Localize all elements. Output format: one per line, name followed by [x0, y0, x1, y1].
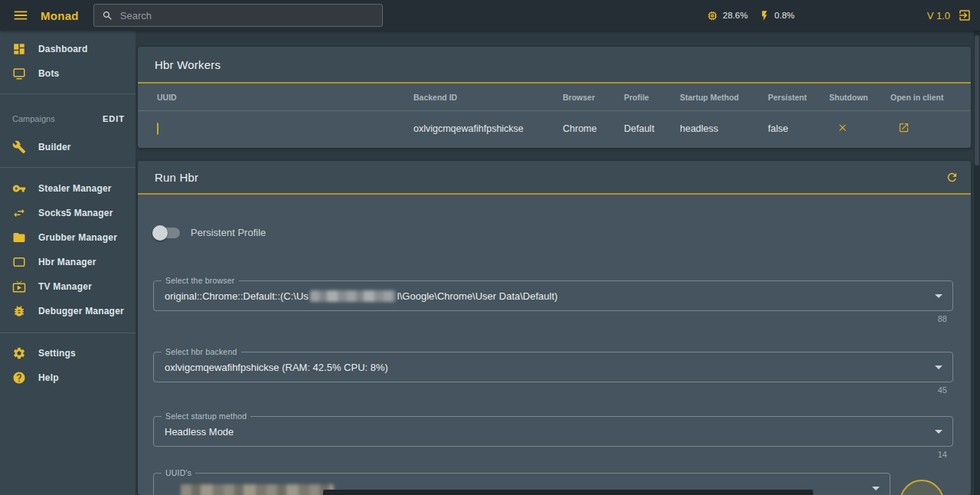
startup-count: 14	[153, 450, 953, 459]
browser-count: 88	[153, 314, 953, 323]
column-startup-method: Startup Method	[680, 93, 768, 102]
sidebar-item-bots[interactable]: Bots	[0, 61, 136, 86]
vertical-scrollbar[interactable]	[974, 31, 980, 495]
wrench-icon	[12, 140, 26, 154]
sidebar-item-label: Dashboard	[38, 44, 87, 54]
chevron-down-icon	[935, 294, 942, 298]
sidebar-item-settings[interactable]: Settings	[0, 341, 136, 366]
persistent-profile-toggle[interactable]: Persistent Profile	[155, 227, 266, 238]
hbr-workers-header: Hbr Workers	[138, 47, 971, 84]
hbr-workers-card: Hbr Workers UUID Backend ID Browser Prof…	[138, 47, 971, 148]
field-label: Select hbr backend	[162, 347, 241, 356]
run-hbr-body: Persistent Profile Select the browser or…	[138, 195, 971, 493]
run-hbr-title: Run Hbr	[155, 171, 198, 184]
sidebar-item-label: Socks5 Manager	[38, 208, 113, 218]
sidebar-item-label: Grubber Manager	[38, 232, 117, 243]
hbr-workers-title: Hbr Workers	[155, 58, 220, 71]
table-row: oxlvigcmqewafihfpshickse Chrome Default …	[138, 111, 971, 146]
sidebar-divider	[0, 167, 136, 168]
shutdown-cell	[829, 122, 890, 136]
chevron-down-icon	[935, 430, 942, 434]
field-value: oxlvigcmqewafihfpshickse (RAM: 42.5% CPU…	[154, 352, 952, 382]
select-startup-method-field[interactable]: Select startup method Headless Mode	[153, 416, 953, 447]
sidebar-item-label: Bots	[38, 68, 59, 79]
sidebar-item-dashboard[interactable]: Dashboard	[0, 37, 136, 61]
field-value: Headless Mode	[154, 417, 952, 446]
run-hbr-header: Run Hbr	[138, 161, 971, 195]
sidebar-item-tv-manager[interactable]: TV Manager	[0, 274, 136, 299]
toggle-label: Persistent Profile	[191, 227, 266, 238]
uuid-cell	[157, 123, 413, 134]
cpu-usage: 28.6%	[723, 11, 748, 20]
column-backend-id: Backend ID	[413, 93, 563, 102]
energy-usage: 0.8%	[775, 11, 795, 20]
topbar: Monad 28.6% 0.8% V 1.0	[0, 0, 980, 31]
backend-id-cell: oxlvigcmqewafihfpshickse	[413, 123, 563, 134]
column-shutdown: Shutdown	[829, 93, 890, 102]
backend-count: 45	[153, 385, 953, 395]
column-uuid: UUID	[157, 93, 413, 102]
field-label: Select the browser	[162, 276, 239, 285]
edit-campaigns-button[interactable]: EDIT	[103, 114, 125, 123]
select-browser-field[interactable]: Select the browser original::Chrome::Def…	[153, 280, 953, 311]
persistent-cell: false	[768, 123, 829, 134]
column-browser: Browser	[563, 93, 624, 102]
run-hbr-card: Run Hbr Persistent Profile Select the br…	[138, 161, 971, 495]
sidebar-item-label: TV Manager	[38, 281, 92, 292]
workers-table-header: UUID Backend ID Browser Profile Startup …	[138, 84, 971, 111]
sidebar-item-label: Debugger Manager	[38, 306, 124, 316]
select-backend-field[interactable]: Select hbr backend oxlvigcmqewafihfpshic…	[153, 352, 953, 382]
column-profile: Profile	[624, 93, 680, 102]
column-persistent: Persistent	[768, 93, 829, 102]
browser-cell: Chrome	[563, 123, 624, 134]
search-box[interactable]	[93, 4, 383, 27]
brand-logo: Monad	[41, 9, 79, 22]
sidebar-item-label: Help	[38, 372, 59, 383]
topbar-right: V 1.0	[927, 0, 972, 31]
search-input[interactable]	[120, 10, 374, 21]
field-value: original::Chrome::Default::(C:\Usl\Googl…	[154, 281, 952, 310]
cpu-icon	[707, 10, 718, 21]
run-button[interactable]	[900, 480, 944, 495]
sidebar-item-builder[interactable]: Builder	[0, 135, 136, 159]
field-label: UUID's	[162, 468, 195, 477]
bug-icon	[12, 304, 26, 318]
uuids-dropdown-panel	[323, 490, 813, 495]
sidebar-item-label: Hbr Manager	[38, 257, 96, 267]
sidebar-item-debugger-manager[interactable]: Debugger Manager	[0, 299, 136, 323]
logout-icon[interactable]	[958, 8, 972, 22]
window-icon	[12, 255, 26, 269]
version-label: V 1.0	[927, 10, 950, 21]
dashboard-icon	[12, 42, 26, 56]
toggle-track[interactable]	[155, 228, 180, 238]
sidebar-item-socks5-manager[interactable]: Socks5 Manager	[0, 201, 136, 225]
campaigns-section-header: Campaigns EDIT	[0, 105, 136, 133]
open-in-new-icon[interactable]	[898, 122, 910, 133]
gear-icon	[12, 346, 26, 360]
sidebar-item-stealer-manager[interactable]: Stealer Manager	[0, 176, 136, 201]
startup-method-cell: headless	[680, 123, 768, 134]
monitor-icon	[12, 67, 26, 80]
sidebar-item-help[interactable]: Help	[0, 366, 136, 390]
help-icon	[12, 371, 26, 385]
sidebar-item-hbr-manager[interactable]: Hbr Manager	[0, 250, 136, 274]
swap-arrows-icon	[12, 206, 26, 220]
sidebar-item-grubber-manager[interactable]: Grubber Manager	[0, 225, 136, 250]
scrollbar-thumb[interactable]	[975, 35, 979, 166]
redacted-uuid	[157, 123, 158, 135]
refresh-icon[interactable]	[946, 171, 959, 184]
folder-icon	[12, 231, 26, 244]
close-icon[interactable]	[837, 122, 848, 133]
redacted-uuid-value	[181, 484, 334, 495]
sidebar-divider	[0, 93, 136, 94]
chevron-down-icon	[935, 366, 942, 369]
sidebar-divider	[0, 333, 136, 333]
sidebar-item-label: Settings	[38, 348, 76, 359]
open-in-client-cell	[890, 122, 971, 136]
key-icon	[12, 182, 26, 195]
chevron-down-icon	[872, 487, 880, 490]
tv-icon	[12, 280, 26, 293]
sidebar-item-label: Builder	[38, 142, 71, 152]
toggle-knob[interactable]	[152, 225, 168, 241]
menu-icon[interactable]	[12, 7, 29, 24]
